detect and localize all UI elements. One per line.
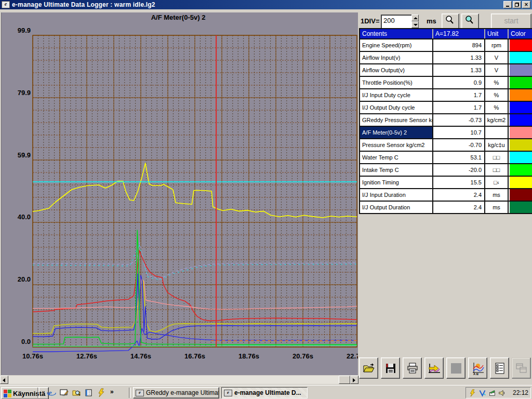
row-label: Airflow Output(v) xyxy=(360,64,433,76)
restore-button[interactable] xyxy=(513,1,521,8)
svg-text:0.0: 0.0 xyxy=(21,338,31,345)
table-row[interactable]: GReddy Pressure Sensor kg/cm2-0.73kg/cm2 xyxy=(360,113,532,126)
scroll-left-button[interactable] xyxy=(0,376,8,384)
task-button-label-2: e-manage Ultimate D... xyxy=(234,389,301,396)
task-button-greddy[interactable]: e GReddy e-manage Ultimat... xyxy=(133,387,219,398)
quick-launch-show-desktop[interactable] xyxy=(58,387,70,398)
table-row[interactable]: I/J Input Duty cycle1.7% xyxy=(360,88,532,101)
taskbar-clock: 22:12 xyxy=(513,389,528,396)
svg-text:16.76s: 16.76s xyxy=(184,352,205,360)
taskbar-separator xyxy=(37,388,39,398)
row-color-swatch xyxy=(509,89,532,101)
table-row[interactable]: Ignition Timing15.5□‹ xyxy=(360,176,532,188)
header-color[interactable]: Color xyxy=(509,29,532,38)
zoom-out-button[interactable] xyxy=(442,14,459,29)
save-file-button[interactable] xyxy=(381,357,400,379)
start-menu-button[interactable]: Käynnistä xyxy=(1,387,49,399)
list-view-button[interactable] xyxy=(490,357,509,379)
row-value: 894 xyxy=(433,39,485,51)
table-row[interactable]: I/J Output Duration2.4ms xyxy=(360,201,532,213)
svg-text:59.9: 59.9 xyxy=(18,151,31,159)
table-row[interactable]: Water Temp C53.1□□ xyxy=(360,151,532,163)
table-row[interactable]: Engine Speed(rpm)894rpm xyxy=(360,38,532,51)
spinner-down-icon xyxy=(414,24,418,26)
table-row[interactable]: I/J Input Duration2.4ms xyxy=(360,188,532,201)
tray-volume-icon[interactable] xyxy=(498,389,507,397)
emanage-task-icon: e xyxy=(136,390,144,396)
app-icon: e xyxy=(2,1,10,8)
parameter-table: Contents A=17.82 Unit Color Engine Speed… xyxy=(359,28,532,214)
logger-chart[interactable]: A/F Meter(0-5v) 299.979.959.940.020.00.0… xyxy=(2,12,358,375)
spinner-down-button[interactable] xyxy=(411,21,419,28)
table-row[interactable]: Throttle Position(%)0.9% xyxy=(360,76,532,88)
list-report-icon xyxy=(494,362,506,375)
close-button[interactable]: × xyxy=(522,1,530,8)
row-unit: ms xyxy=(485,189,509,201)
div-label: 1DIV= xyxy=(361,17,380,25)
table-row[interactable]: Intake Temp C-20.0□□ xyxy=(360,163,532,176)
export-graph-icon xyxy=(428,362,441,375)
row-value: 53.1 xyxy=(433,152,485,163)
quick-launch-search-folder[interactable] xyxy=(71,387,82,398)
spinner-up-icon xyxy=(414,17,418,19)
start-logging-button[interactable]: start xyxy=(491,14,531,29)
div-spinner xyxy=(411,15,419,28)
table-row[interactable]: Airflow Output(v)1.33V xyxy=(360,63,532,76)
export-graph-button[interactable] xyxy=(424,357,444,379)
header-contents[interactable]: Contents xyxy=(360,29,433,38)
svg-text:20.76s: 20.76s xyxy=(292,352,313,360)
bottom-toolbar: A B xyxy=(358,357,532,380)
close-icon: × xyxy=(524,2,528,7)
quick-launch-notebook[interactable] xyxy=(83,387,95,398)
minimize-button[interactable] xyxy=(503,1,512,8)
row-value: 1.33 xyxy=(433,64,485,76)
scrollbar-thumb[interactable] xyxy=(339,376,350,384)
quick-launch-overflow-chevron[interactable]: » xyxy=(110,388,114,395)
scroll-left-icon xyxy=(3,378,5,382)
row-label: Pressure Sensor kg/cm2 xyxy=(360,139,433,151)
lightning-icon xyxy=(97,388,106,397)
table-body: Engine Speed(rpm)894rpmAirflow Input(v)1… xyxy=(360,38,532,213)
compare-a-b-button[interactable]: A B xyxy=(468,357,487,379)
row-label: I/J Output Duration xyxy=(360,202,433,213)
row-value: 1.33 xyxy=(433,52,485,63)
row-color-swatch xyxy=(509,152,532,163)
tray-lightning-icon[interactable] xyxy=(468,389,477,397)
zoom-in-button[interactable] xyxy=(461,14,479,29)
task-button-emanage-active[interactable]: e e-manage Ultimate D... xyxy=(221,387,308,398)
row-color-swatch xyxy=(509,202,532,213)
internet-explorer-icon: e xyxy=(47,388,56,397)
table-header: Contents A=17.82 Unit Color xyxy=(360,29,532,38)
open-file-button[interactable] xyxy=(359,357,378,379)
header-unit[interactable]: Unit xyxy=(485,29,509,38)
table-row[interactable]: A/F Meter(0-5v) 210.7 xyxy=(360,126,532,138)
tile-windows-button[interactable] xyxy=(512,357,531,379)
start-button-label: Käynnistä xyxy=(13,390,45,397)
quick-launch-winamp[interactable] xyxy=(96,387,107,398)
row-color-swatch xyxy=(509,102,532,113)
row-value: -20.0 xyxy=(433,164,485,176)
stop-button[interactable] xyxy=(446,357,466,379)
tray-updater-icon[interactable] xyxy=(488,389,497,397)
div-value-input[interactable]: 200 xyxy=(381,15,413,29)
emanage-task-icon-2: e xyxy=(224,390,232,396)
row-value: 1.7 xyxy=(433,102,485,113)
table-row[interactable]: Pressure Sensor kg/cm2-0.70kg/c‡u xyxy=(360,138,532,151)
chart-horizontal-scrollbar[interactable] xyxy=(0,376,358,384)
row-label: Intake Temp C xyxy=(360,164,433,176)
div-unit-label: ms xyxy=(427,17,436,25)
chart-area[interactable]: A/F Meter(0-5v) 299.979.959.940.020.00.0… xyxy=(1,12,358,375)
quick-launch-internet-explorer[interactable]: e xyxy=(46,387,57,398)
table-row[interactable]: I/J Output Duty cycle1.7% xyxy=(360,101,532,113)
tray-antivirus-icon[interactable] xyxy=(478,389,487,397)
spinner-up-button[interactable] xyxy=(411,15,419,21)
header-cursor-value[interactable]: A=17.82 xyxy=(433,29,485,38)
floppy-disk-icon xyxy=(384,362,397,375)
table-row[interactable]: Airflow Input(v)1.33V xyxy=(360,51,532,63)
svg-text:A B: A B xyxy=(473,373,479,375)
row-value: 0.9 xyxy=(433,77,485,88)
scroll-right-button[interactable] xyxy=(350,376,358,384)
row-color-swatch xyxy=(509,77,532,88)
print-button[interactable] xyxy=(403,357,422,379)
right-panel: 1DIV= 200 ms xyxy=(358,9,532,385)
